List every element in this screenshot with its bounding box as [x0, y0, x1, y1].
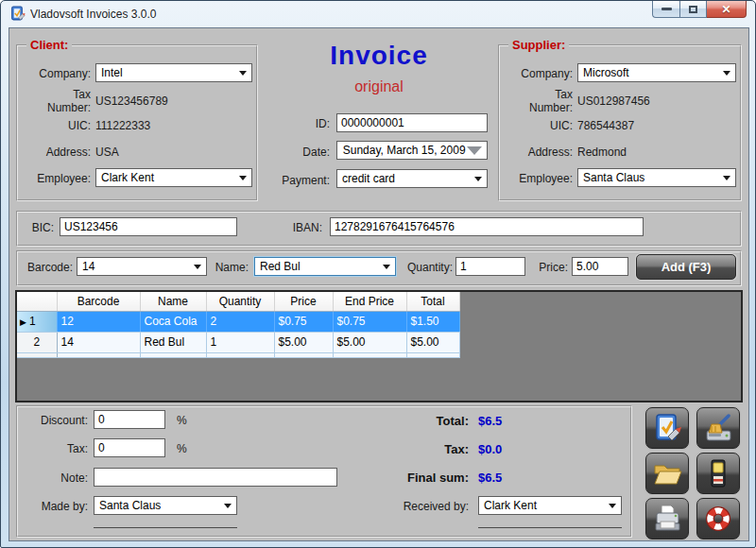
supplier-address-label: Address: [502, 146, 573, 159]
chevron-down-icon [467, 146, 482, 155]
close-button[interactable]: ✕ [707, 1, 747, 18]
print-invoice-button[interactable] [645, 498, 689, 539]
client-company-label: Company: [20, 67, 91, 80]
client-tax-value: US123456789 [95, 94, 168, 108]
column-header-barcode[interactable]: Barcode [57, 292, 140, 311]
supplier-employee-combobox[interactable]: Santa Claus [577, 168, 736, 187]
client-employee-combobox[interactable]: Clark Kent [95, 168, 252, 187]
discount-label: Discount: [20, 414, 88, 427]
window-title: Vladovsoft Invoices 3.0.0 [30, 8, 156, 21]
tax-label: Tax: [20, 442, 88, 455]
made-by-signature-line [94, 527, 237, 528]
date-picker[interactable]: Sunday, March 15, 2009 [336, 141, 488, 160]
cell-name[interactable]: Red Bul [140, 332, 206, 352]
cell-price[interactable]: $5.00 [274, 332, 333, 352]
items-grid[interactable]: Barcode Name Quantity Price End Price To… [15, 290, 743, 402]
chevron-down-icon [474, 177, 482, 181]
edit-invoice-button[interactable] [645, 407, 689, 449]
received-by-value: Clark Kent [484, 499, 537, 512]
chevron-down-icon [239, 71, 247, 76]
made-by-combobox[interactable]: Santa Claus [94, 496, 237, 515]
row-number: 1 [29, 315, 36, 328]
date-label: Date: [275, 146, 330, 159]
close-icon: ✕ [721, 4, 730, 15]
barcode-combobox[interactable]: 14 [77, 257, 207, 276]
cell-price[interactable]: $0.75 [274, 311, 333, 332]
chevron-down-icon [239, 176, 247, 180]
price-label: Price: [530, 261, 568, 274]
cell-quantity[interactable]: 2 [206, 311, 274, 332]
table-header-row: Barcode Name Quantity Price End Price To… [17, 292, 459, 311]
open-invoice-button[interactable] [645, 453, 689, 494]
tax-sum-label: Tax: [351, 442, 469, 456]
tax-sum-value: $0.0 [478, 442, 502, 456]
discount-input[interactable] [94, 410, 165, 429]
minimize-button[interactable] [652, 1, 679, 18]
row-header-column[interactable] [17, 292, 57, 311]
cell-quantity[interactable]: 1 [206, 332, 274, 352]
item-name-label: Name: [211, 261, 249, 274]
supplier-employee-value: Santa Claus [583, 171, 644, 184]
chevron-down-icon [609, 504, 616, 508]
bic-label: BIC: [20, 221, 54, 234]
supplier-uic-value: 786544387 [577, 119, 634, 132]
cell-total[interactable]: $1.50 [406, 311, 459, 332]
chevron-down-icon [383, 265, 390, 269]
price-input[interactable] [572, 257, 628, 276]
client-employee-label: Employee: [20, 172, 91, 185]
maximize-button[interactable] [679, 1, 707, 18]
cell-barcode[interactable]: 14 [57, 332, 140, 352]
received-by-combobox[interactable]: Clark Kent [478, 496, 622, 515]
title-bar[interactable]: Vladovsoft Invoices 3.0.0 ✕ [1, 1, 755, 27]
made-by-value: Santa Claus [99, 499, 161, 512]
quantity-label: Quantity: [402, 261, 453, 274]
save-icon [703, 458, 733, 488]
client-address-label: Address: [20, 146, 91, 159]
supplier-group-label: Supplier: [508, 38, 569, 52]
clean-icon [703, 413, 733, 443]
supplier-tax-label: Tax Number: [502, 88, 573, 114]
items-table: Barcode Name Quantity Price End Price To… [17, 292, 460, 358]
current-row-arrow-icon: ▶ [20, 317, 26, 327]
iban-input[interactable] [330, 217, 644, 236]
item-name-value: Red Bul [260, 260, 301, 273]
total-label: Total: [351, 414, 469, 428]
column-header-total[interactable]: Total [406, 292, 459, 311]
tax-input[interactable] [94, 438, 165, 457]
client-company-combobox[interactable]: Intel [95, 63, 252, 82]
id-input[interactable] [336, 113, 488, 132]
column-header-quantity[interactable]: Quantity [206, 292, 274, 311]
chevron-down-icon [723, 176, 730, 180]
table-row[interactable]: ▶1 12 Coca Cola 2 $0.75 $0.75 $1.50 [17, 311, 459, 332]
supplier-employee-label: Employee: [502, 172, 573, 185]
clean-button[interactable] [696, 407, 740, 449]
cell-barcode[interactable]: 12 [57, 311, 140, 332]
minimize-icon [662, 8, 672, 10]
discount-percent-sign: % [177, 414, 187, 427]
cell-total[interactable]: $5.00 [406, 332, 459, 352]
cell-name[interactable]: Coca Cola [140, 311, 206, 332]
payment-label: Payment: [275, 174, 330, 187]
quantity-input[interactable] [455, 257, 525, 276]
payment-combobox[interactable]: credit card [336, 169, 488, 188]
print-icon [652, 504, 682, 534]
column-header-price[interactable]: Price [274, 292, 333, 311]
save-invoice-button[interactable] [696, 453, 740, 494]
cell-end-price[interactable]: $0.75 [333, 311, 406, 332]
column-header-end-price[interactable]: End Price [333, 292, 406, 311]
bic-input[interactable] [60, 217, 237, 236]
add-item-button[interactable]: Add (F3) [636, 254, 736, 280]
client-company-value: Intel [101, 66, 123, 79]
help-button[interactable] [696, 498, 740, 539]
received-by-signature-line [478, 527, 622, 528]
supplier-company-combobox[interactable]: Microsoft [577, 63, 736, 82]
iban-label: IBAN: [283, 221, 322, 234]
cell-end-price[interactable]: $5.00 [333, 332, 406, 352]
item-name-combobox[interactable]: Red Bul [254, 257, 396, 276]
open-folder-icon [652, 458, 682, 488]
invoice-form-icon [9, 6, 26, 22]
client-uic-value: 111222333 [95, 119, 150, 132]
table-row[interactable]: 2 14 Red Bul 1 $5.00 $5.00 $5.00 [17, 332, 459, 352]
note-input[interactable] [94, 468, 337, 487]
column-header-name[interactable]: Name [140, 292, 206, 311]
